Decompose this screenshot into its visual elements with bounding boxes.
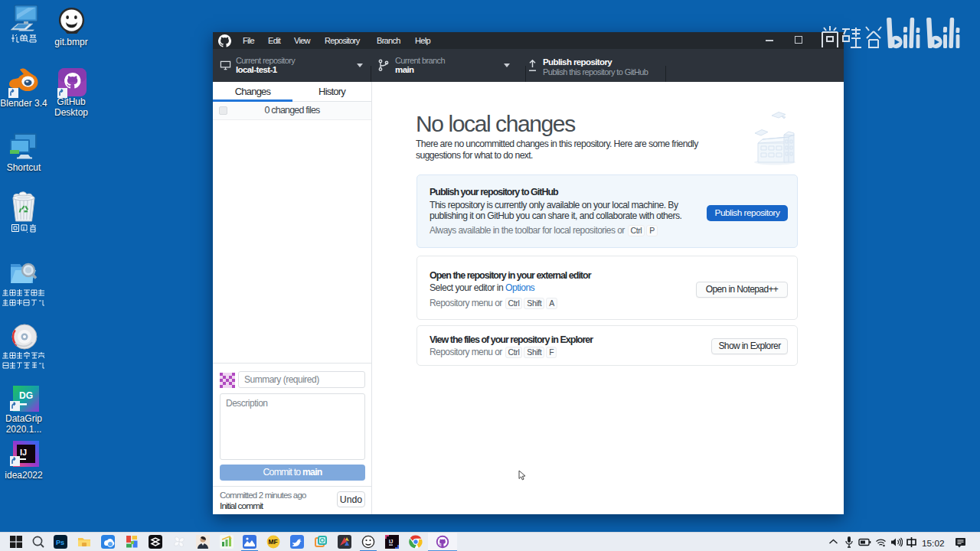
svg-text:IJ: IJ — [389, 539, 394, 544]
svg-text:IJ: IJ — [20, 448, 27, 457]
svg-text:Ps: Ps — [56, 539, 64, 546]
svg-text:MF: MF — [269, 538, 278, 546]
svg-text:DG: DG — [19, 390, 33, 401]
